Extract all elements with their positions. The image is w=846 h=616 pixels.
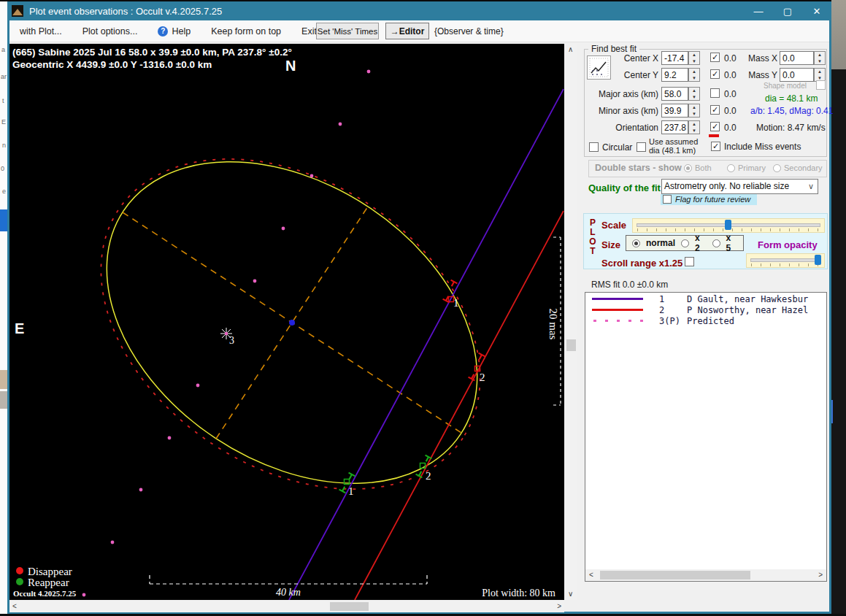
minor-axis-field[interactable]: 39.9 xyxy=(661,104,688,118)
list-scroll-left-icon[interactable]: < xyxy=(589,571,593,579)
scroll-range-label: Scroll range x1.25 xyxy=(601,258,682,269)
list-item[interactable]: 1 D Gault, near Hawkesbur xyxy=(585,294,826,304)
maximize-button[interactable]: ▢ xyxy=(773,1,802,20)
minimize-button[interactable]: — xyxy=(744,1,773,20)
reappear-label: Reappear xyxy=(28,577,69,588)
observer-name: D Gault, near Hawkesbur xyxy=(687,294,826,304)
circular-checkbox[interactable] xyxy=(589,142,599,152)
mass-y-field[interactable]: 0.0 xyxy=(780,68,814,82)
observer-name: Predicted xyxy=(687,316,826,326)
mass-y-label: Mass Y xyxy=(745,70,777,80)
form-opacity-track[interactable] xyxy=(750,258,820,262)
major-axis-stepper[interactable]: ▲▼ xyxy=(688,87,700,101)
menu-help-label: Help xyxy=(172,26,191,36)
size-label: Size xyxy=(601,239,620,250)
chord2-d-label: 2 xyxy=(480,371,485,383)
plot-hscrollbar[interactable]: < > xyxy=(9,601,564,612)
size-radio-group: normal x 2 x 5 xyxy=(626,235,744,251)
double-primary-label: Primary xyxy=(738,163,766,172)
mass-x-label: Mass X xyxy=(745,53,777,63)
menu-with-plot[interactable]: with Plot... xyxy=(9,26,72,36)
list-scroll-right-icon[interactable]: > xyxy=(818,571,823,579)
quality-dropdown[interactable]: Astrometry only. No reliable size ∨ xyxy=(661,179,818,194)
plot-vscroll-thumb[interactable] xyxy=(566,339,576,351)
menu-keep-on-top[interactable]: Keep form on top xyxy=(201,26,291,36)
screen: a ar t E n 0 e Plot event observations :… xyxy=(0,0,846,616)
major-axis-field[interactable]: 58.0 xyxy=(661,87,688,101)
scroll-left-icon[interactable]: < xyxy=(12,603,17,610)
double-primary-radio[interactable] xyxy=(727,164,735,172)
flag-review-checkbox[interactable] xyxy=(663,195,672,204)
observer-list[interactable]: 1 D Gault, near Hawkesbur 2 P Nosworthy,… xyxy=(585,292,827,582)
major-axis-fit-checkbox[interactable] xyxy=(710,88,720,98)
form-opacity-label: Form opacity xyxy=(758,239,818,250)
double-secondary-radio[interactable] xyxy=(773,164,781,172)
list-hscrollbar[interactable]: < > xyxy=(585,569,826,581)
quality-value: Astrometry only. No reliable size xyxy=(664,181,789,191)
size-x5-radio[interactable] xyxy=(712,239,720,247)
mass-x-field[interactable]: 0.0 xyxy=(780,51,814,65)
minor-axis-sigma: 0.0 xyxy=(724,106,737,116)
list-hscroll-thumb[interactable] xyxy=(600,571,750,580)
center-x-field[interactable]: -17.4 xyxy=(661,51,688,65)
help-icon: ? xyxy=(158,26,168,36)
km-scale-label: 40 km xyxy=(276,587,301,598)
use-assumed-checkbox[interactable] xyxy=(637,142,646,152)
scroll-down-icon[interactable]: ∨ xyxy=(568,590,573,598)
circular-label: Circular xyxy=(602,142,632,153)
dia-info: dia = 48.1 km xyxy=(765,93,818,104)
center-y-stepper[interactable]: ▲▼ xyxy=(688,68,700,82)
include-miss-checkbox[interactable] xyxy=(711,142,720,151)
center-y-field[interactable]: 9.2 xyxy=(661,68,688,82)
plot-vscrollbar[interactable]: ∧ ∨ xyxy=(565,44,577,600)
minor-axis-fit-checkbox[interactable] xyxy=(710,105,720,115)
observer-time-label: {Observer & time} xyxy=(434,26,504,36)
form-opacity-thumb[interactable] xyxy=(815,255,821,265)
scroll-range-checkbox[interactable] xyxy=(685,257,694,266)
list-item[interactable]: 2 P Nosworthy, near Hazel xyxy=(585,305,826,315)
center-x-stepper[interactable]: ▲▼ xyxy=(688,51,700,65)
rms-fit-label: RMS fit 0.0 ±0.0 km xyxy=(591,280,668,290)
flag-review-label: Flag for future review xyxy=(675,195,750,204)
size-normal-label: normal xyxy=(646,238,675,248)
marker-3-label: 3 xyxy=(229,335,234,346)
scale-slider-thumb[interactable] xyxy=(725,220,731,230)
set-miss-times-button[interactable]: Set 'Miss' Times xyxy=(316,23,379,39)
orientation-field[interactable]: 237.8 xyxy=(661,120,688,134)
scroll-right-icon[interactable]: > xyxy=(557,603,561,610)
center-x-fit-checkbox[interactable] xyxy=(710,53,720,62)
miss-events-marker xyxy=(709,134,719,137)
center-y-label: Center Y xyxy=(606,70,658,80)
plot-hscroll-thumb[interactable] xyxy=(330,602,369,611)
menu-help[interactable]: ? Help xyxy=(147,26,201,36)
center-y-fit-checkbox[interactable] xyxy=(710,69,720,79)
form-opacity-slider[interactable] xyxy=(746,253,825,268)
edge-fragment: E xyxy=(1,118,6,126)
orientation-sigma: 0.0 xyxy=(724,123,737,133)
editor-button[interactable]: →Editor xyxy=(385,23,429,39)
size-normal-radio[interactable] xyxy=(632,239,640,247)
title-bar[interactable]: Plot event observations : Occult v.4.202… xyxy=(7,1,831,20)
chord1-swatch xyxy=(592,298,643,300)
list-item[interactable]: 3(P) Predicted xyxy=(585,316,826,326)
menu-plot-options[interactable]: Plot options... xyxy=(72,26,148,36)
scroll-up-icon[interactable]: ∧ xyxy=(568,46,573,53)
size-x2-radio[interactable] xyxy=(681,239,689,247)
observer-number: 1 xyxy=(659,294,687,304)
use-assumed-label-1: Use assumed xyxy=(649,137,698,146)
orientation-fit-checkbox[interactable] xyxy=(710,122,720,131)
motion-info: Motion: 8.47 km/s xyxy=(756,123,826,133)
minor-axis-stepper[interactable]: ▲▼ xyxy=(688,104,700,118)
double-both-radio[interactable] xyxy=(684,164,692,172)
mass-x-stepper[interactable]: ▲▼ xyxy=(814,51,826,65)
ellipse-center-dot xyxy=(289,320,295,326)
app-icon xyxy=(12,5,23,17)
orientation-stepper[interactable]: ▲▼ xyxy=(688,120,700,134)
edge-highlight xyxy=(0,209,7,231)
scale-slider[interactable] xyxy=(632,218,825,233)
edge-fragment: e xyxy=(2,188,6,195)
shape-model-checkbox[interactable] xyxy=(816,80,826,90)
close-button[interactable]: ✕ xyxy=(802,1,831,20)
chord1-d-label: 1 xyxy=(453,297,459,309)
plot-canvas[interactable]: 3 1 2 1 2 (665) Sabine 2025 xyxy=(9,44,564,600)
